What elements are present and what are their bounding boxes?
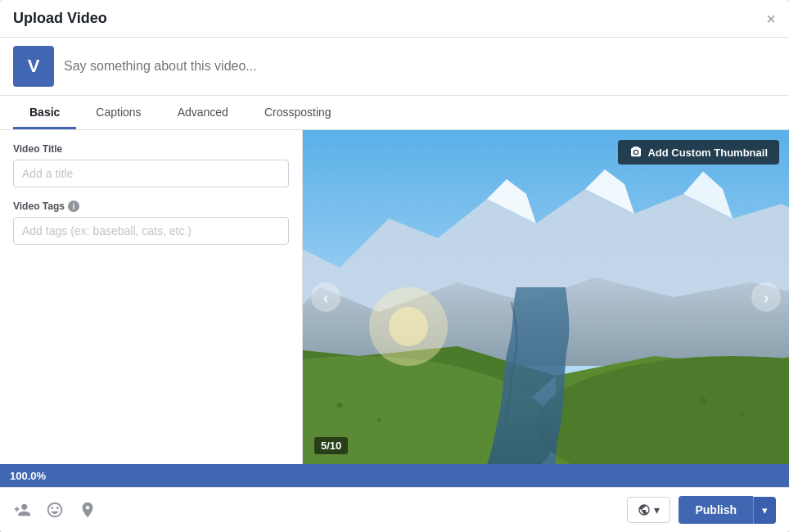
svg-point-12 — [336, 402, 342, 408]
svg-point-11 — [389, 307, 428, 346]
progress-bar: 100.0% — [0, 464, 789, 487]
tabs-bar: Basic Captions Advanced Crossposting — [0, 96, 789, 130]
video-tags-input[interactable] — [13, 217, 289, 245]
close-button[interactable]: × — [766, 11, 776, 27]
video-panel: Add Custom Thumbnail ‹ › 5/10 — [303, 130, 789, 464]
status-bar: V — [0, 38, 789, 96]
globe-icon — [638, 503, 651, 516]
footer-actions-right: ▾ Publish ▾ — [627, 496, 776, 524]
svg-point-14 — [700, 397, 706, 403]
modal-footer: ▾ Publish ▾ — [0, 487, 789, 532]
modal-header: Upload Video × — [0, 0, 789, 38]
next-slide-button[interactable]: › — [751, 282, 781, 312]
emoji-icon — [46, 501, 64, 519]
status-input[interactable] — [64, 59, 776, 74]
publish-chevron-icon: ▾ — [762, 504, 768, 516]
upload-video-modal: Upload Video × V Basic Captions Advanced… — [0, 0, 789, 532]
video-thumbnail: Add Custom Thumbnail ‹ › 5/10 — [303, 130, 789, 464]
audience-selector-button[interactable]: ▾ — [627, 497, 670, 523]
audience-dropdown-icon: ▾ — [654, 503, 660, 516]
video-title-input[interactable] — [13, 160, 289, 187]
modal-title: Upload Video — [13, 10, 107, 27]
emoji-button[interactable] — [46, 501, 64, 519]
tag-people-icon — [13, 501, 31, 519]
tab-advanced[interactable]: Advanced — [161, 96, 245, 129]
svg-point-15 — [741, 413, 745, 417]
tab-crossposting[interactable]: Crossposting — [248, 96, 348, 129]
publish-dropdown-button[interactable]: ▾ — [753, 497, 776, 524]
tab-basic[interactable]: Basic — [13, 96, 76, 129]
location-icon — [79, 501, 97, 519]
main-content: Video Title Video Tags i — [0, 130, 789, 464]
custom-thumbnail-label: Add Custom Thumbnail — [647, 147, 768, 159]
camera-icon — [629, 146, 642, 159]
add-custom-thumbnail-button[interactable]: Add Custom Thumbnail — [618, 140, 779, 165]
footer-actions-left — [13, 501, 97, 519]
tags-info-icon[interactable]: i — [68, 201, 79, 212]
svg-point-13 — [377, 418, 381, 422]
left-arrow-icon: ‹ — [323, 288, 329, 307]
tag-people-button[interactable] — [13, 501, 31, 519]
publish-button[interactable]: Publish — [679, 496, 753, 524]
previous-slide-button[interactable]: ‹ — [311, 282, 340, 312]
tab-captions[interactable]: Captions — [79, 96, 157, 129]
avatar: V — [13, 46, 54, 87]
location-button[interactable] — [79, 501, 97, 519]
progress-label: 100.0% — [10, 470, 46, 482]
right-arrow-icon: › — [764, 288, 769, 307]
slide-counter: 5/10 — [314, 437, 348, 454]
video-title-label: Video Title — [13, 143, 289, 155]
left-panel: Video Title Video Tags i — [0, 130, 303, 464]
video-tags-label: Video Tags i — [13, 201, 289, 212]
